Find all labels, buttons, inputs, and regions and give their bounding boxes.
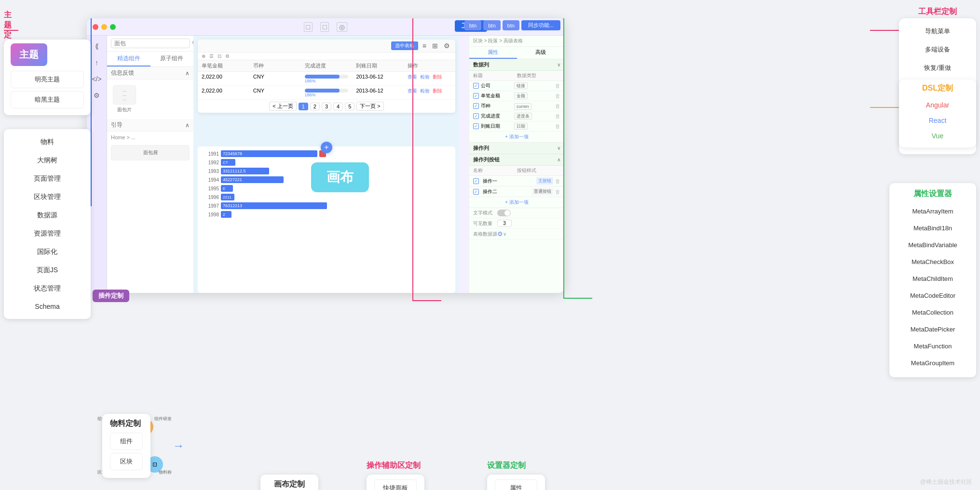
delete-col-2[interactable]: 🗑 <box>555 103 560 109</box>
material-comp-btn[interactable]: 组件 <box>110 433 143 450</box>
table-icon-align[interactable]: ≡ <box>421 41 428 50</box>
tab-properties[interactable]: 属性 <box>469 47 517 59</box>
op-btn-checkbox-1[interactable]: ✓ <box>473 189 479 195</box>
select-table-btn[interactable]: 选中表格 <box>391 41 418 50</box>
sidebar-item-page-mgmt[interactable]: 页面管理 <box>11 170 84 188</box>
sidebar-item-schema[interactable]: Schema <box>11 298 84 315</box>
prev-page-btn[interactable]: < 上一页 <box>269 102 296 111</box>
sidebar-item-page-js[interactable]: 页面JS <box>11 261 84 279</box>
dark-theme-button[interactable]: 暗黑主题 <box>11 91 84 108</box>
sidebar-item-material[interactable]: 物料 <box>11 133 84 151</box>
material-block-btn[interactable]: 区块 <box>110 453 143 470</box>
action-view-2[interactable]: 查看 <box>408 88 417 93</box>
page-btn-2[interactable]: 2 <box>310 103 320 110</box>
collapse-icon[interactable]: ∨ <box>557 62 560 67</box>
expand-icon-2[interactable]: ∧ <box>185 122 190 129</box>
delete-col-0[interactable]: 🗑 <box>555 83 560 89</box>
theme-custom-label: 主题定制 <box>4 30 18 31</box>
table-icon-list[interactable]: ☰ <box>209 53 214 59</box>
page-btn-4[interactable]: 4 <box>333 103 343 110</box>
delete-op-btn-1[interactable]: 🗑 <box>555 189 560 195</box>
col-checkbox-2[interactable]: ✓ <box>473 103 479 109</box>
app-sidebar-icon-code[interactable]: </> <box>90 72 104 86</box>
sidebar-item-i18n[interactable]: 国际化 <box>11 243 84 261</box>
app-sidebar-icon-settings[interactable]: ⚙ <box>90 89 104 102</box>
toolbar-custom-redo[interactable]: 恢复/重做 <box>899 59 976 77</box>
tab-advanced[interactable]: 高级 <box>517 47 565 59</box>
action-delete-1[interactable]: 删除 <box>433 74 442 79</box>
table-icon-config[interactable]: ⚙ <box>225 53 230 59</box>
sidebar-item-resource-mgmt[interactable]: 资源管理 <box>11 225 84 243</box>
attr-meta-bind-variable[interactable]: MetaBindVariable <box>895 237 970 253</box>
table-icon-grid[interactable]: ⊞ <box>431 41 439 50</box>
action-view-1[interactable]: 查看 <box>408 74 417 79</box>
settings-prop-btn[interactable]: 属性 <box>495 479 537 490</box>
data-source-edit-icon[interactable]: ⚙ <box>497 230 503 238</box>
flower-label-2: 组件研发 <box>154 416 172 422</box>
col-checkbox-4[interactable]: ✓ <box>473 123 479 129</box>
sidebar-item-block-mgmt[interactable]: 区块管理 <box>11 188 84 206</box>
tab-curated[interactable]: 精选组件 <box>107 52 150 66</box>
title-bar: □ □ ◎ 工具栏 btn btn btn 同步功能... <box>87 18 564 36</box>
add-btn-row[interactable]: + 添加一项 <box>469 197 564 208</box>
toolbar-btn-3[interactable]: btn <box>503 20 519 30</box>
sidebar-item-outline[interactable]: 大纲树 <box>11 151 84 170</box>
attr-meta-code-editor[interactable]: MetaCodeEditor <box>895 287 970 304</box>
op-list-collapse-icon[interactable]: ∨ <box>557 146 560 151</box>
delete-op-btn-0[interactable]: 🗑 <box>555 178 560 184</box>
maximize-dot[interactable] <box>110 24 116 30</box>
minimize-dot[interactable] <box>101 24 107 30</box>
light-theme-button[interactable]: 明亮主题 <box>11 71 84 88</box>
action-check-1[interactable]: 检验 <box>420 74 430 79</box>
table-icon-filter[interactable]: ⊡ <box>218 53 221 59</box>
breadcrumb-preview[interactable]: 面包屑 <box>111 145 190 160</box>
data-source-collapse[interactable]: ∨ <box>503 231 506 237</box>
toolbar-custom-device[interactable]: 多端设备 <box>899 40 976 59</box>
dsl-react[interactable]: React <box>906 113 969 128</box>
col-checkbox-3[interactable]: ✓ <box>473 113 479 119</box>
toolbar-btn-1[interactable]: btn <box>464 20 481 30</box>
expand-icon[interactable]: ∧ <box>185 70 190 77</box>
app-sidebar-icon-up[interactable]: ↑ <box>90 56 104 69</box>
col-checkbox-0[interactable]: ✓ <box>473 83 479 89</box>
attr-meta-child-item[interactable]: MetaChildItem <box>895 270 970 287</box>
action-delete-2[interactable]: 删除 <box>433 88 442 93</box>
attr-meta-collection[interactable]: MetaCollection <box>895 304 970 321</box>
search-input[interactable] <box>111 39 190 48</box>
next-page-btn[interactable]: 下一页 > <box>356 102 383 111</box>
comp-item-breadcrumb-slice[interactable]: ——— 面包片 <box>109 81 140 117</box>
col-checkbox-1[interactable]: ✓ <box>473 93 479 99</box>
attr-meta-function[interactable]: MetaFunction <box>895 338 970 355</box>
close-dot[interactable] <box>93 24 98 30</box>
op-col-collapse-icon[interactable]: ∧ <box>557 157 560 162</box>
add-col-btn[interactable]: + 添加一项 <box>469 132 564 143</box>
attr-meta-date-picker[interactable]: MetaDatePicker <box>895 321 970 338</box>
attr-meta-group-item[interactable]: MetaGroupItem <box>895 355 970 371</box>
sidebar-item-datasource[interactable]: 数据源 <box>11 206 84 225</box>
action-check-2[interactable]: 检验 <box>420 88 430 93</box>
op-assist-shortcut[interactable]: 快捷面板 <box>374 479 417 490</box>
attr-meta-array-item[interactable]: MetaArrayItem <box>895 203 970 220</box>
count-input[interactable] <box>497 220 512 227</box>
delete-col-3[interactable]: 🗑 <box>555 113 560 119</box>
page-btn-3[interactable]: 3 <box>322 103 331 110</box>
canvas-add-button[interactable]: + <box>321 142 332 153</box>
sidebar-item-state-mgmt[interactable]: 状态管理 <box>11 279 84 298</box>
text-mode-toggle[interactable] <box>497 210 511 216</box>
attr-meta-bind-i18n[interactable]: MetaBindI18n <box>895 220 970 237</box>
delete-col-1[interactable]: 🗑 <box>555 93 560 99</box>
delete-col-4[interactable]: 🗑 <box>555 123 560 129</box>
page-btn-5[interactable]: 5 <box>345 103 354 110</box>
toolbar-btn-2[interactable]: btn <box>483 20 500 30</box>
op-btn-checkbox-0[interactable]: ✓ <box>473 178 479 184</box>
attr-meta-checkbox[interactable]: MetaCheckBox <box>895 253 970 270</box>
page-btn-1[interactable]: 1 <box>299 103 308 110</box>
dsl-angular[interactable]: Angular <box>906 97 969 113</box>
table-icon-settings[interactable]: ⚙ <box>442 41 451 50</box>
tab-atomic[interactable]: 原子组件 <box>150 52 194 66</box>
toolbar-custom-nav[interactable]: 导航菜单 <box>899 22 976 40</box>
dsl-vue[interactable]: Vue <box>906 128 969 144</box>
app-sidebar-icon-nav[interactable]: ⟪ <box>90 40 104 53</box>
toolbar-sync-btn[interactable]: 同步功能... <box>521 20 560 30</box>
table-icon-center[interactable]: ⊕ <box>202 53 205 59</box>
